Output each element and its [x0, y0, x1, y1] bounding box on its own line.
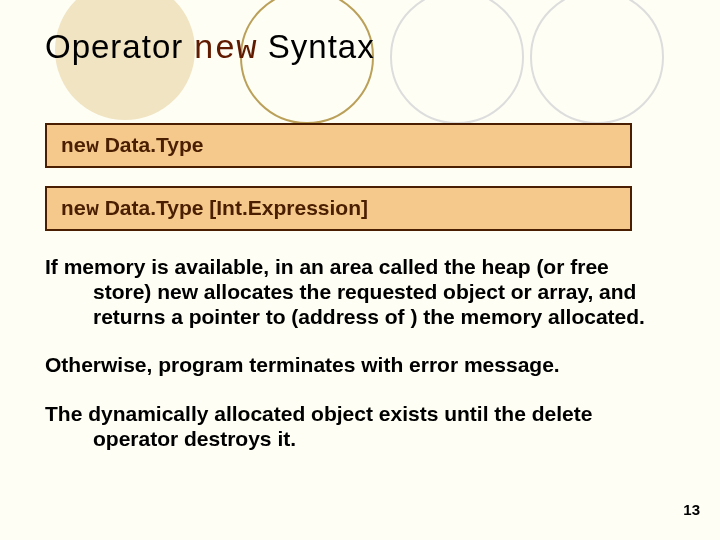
body-1-lead: If memory is available, in an area calle… [45, 255, 570, 278]
body-paragraph-3: The dynamically allocated object exists … [45, 402, 648, 452]
body-paragraph-2: Otherwise, program terminates with error… [45, 353, 648, 378]
page-number: 13 [683, 501, 700, 518]
title-keyword: new [193, 30, 257, 68]
title-post: Syntax [258, 28, 375, 65]
syntax-keyword: new [61, 135, 99, 158]
body-2-lead: Otherwise, program terminates with error… [45, 353, 560, 376]
slide-title: Operator new Syntax [45, 28, 698, 68]
syntax-rest: Data.Type [Int.Expression] [99, 196, 368, 219]
slide-content: Operator new Syntax new Data.Type new Da… [0, 0, 720, 452]
title-pre: Operator [45, 28, 193, 65]
syntax-keyword: new [61, 198, 99, 221]
syntax-rest: Data.Type [99, 133, 204, 156]
syntax-box-2: new Data.Type [Int.Expression] [45, 186, 632, 231]
body-paragraph-1: If memory is available, in an area calle… [45, 255, 648, 329]
body-3-lead: The dynamically allocated object exists … [45, 402, 532, 425]
syntax-box-1: new Data.Type [45, 123, 632, 168]
